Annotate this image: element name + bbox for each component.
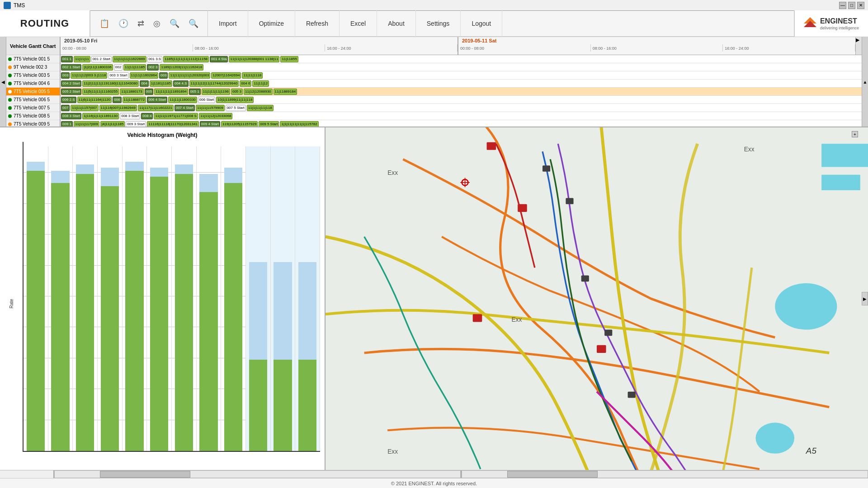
gantt-block: 005 3: [231, 89, 243, 95]
excel-button[interactable]: Excel: [340, 10, 377, 37]
gantt-row-005: 005 2 Start 11|5|11|11|11160255 11|11880…: [61, 88, 862, 96]
vehicle-dot-008: [8, 114, 12, 118]
time-col-fri-1: 00:00 - 08:00: [61, 44, 193, 52]
gantt-h-scroll-thumb[interactable]: [100, 471, 190, 478]
gantt-block: 002 3: [147, 64, 159, 70]
vehicle-label-006: 7T5 Vehicle 006 5: [14, 97, 50, 102]
svg-rect-10: [542, 165, 550, 172]
shuffle-icon[interactable]: ⇄: [136, 17, 146, 30]
gantt-block: 11|11|11971|11771|008 S: [154, 113, 198, 119]
vehicle-row-006[interactable]: 7T5 Vehicle 006 5: [6, 96, 60, 104]
bar-006[interactable]: 006: [147, 146, 172, 451]
bar-na8[interactable]: NA8: [271, 146, 296, 451]
refresh-button[interactable]: Refresh: [295, 10, 340, 37]
minimize-button[interactable]: —: [839, 2, 846, 9]
vehicle-label-009: 7T5 Vehicle 009 5: [14, 122, 50, 127]
gantt-block: 007: [61, 105, 70, 111]
gantt-block: 004 2 Start: [61, 80, 81, 87]
bar-009[interactable]: 009: [221, 146, 246, 451]
bar-002[interactable]: 002: [48, 146, 73, 451]
gantt-block: 002: [114, 64, 123, 70]
clock-icon[interactable]: 🕐: [117, 17, 130, 30]
gantt-block: 11116|11118|11170|12031341: [147, 121, 199, 127]
vehicle-dot-006: [8, 98, 12, 102]
gantt-block: 11|11|11185: [123, 64, 146, 70]
import-button[interactable]: Import: [208, 10, 248, 37]
histogram-section: Vehicle Histogram (Weight) Rate: [0, 127, 326, 470]
svg-rect-11: [566, 198, 573, 204]
enginest-tagline: delivering intelligence: [820, 26, 859, 30]
gantt-block: 006 2.S: [61, 97, 76, 103]
gantt-block: 11|1|11|11|1196: [202, 89, 230, 95]
vehicle-row-002[interactable]: 9T Vehicle 002 3: [6, 63, 60, 71]
about-button[interactable]: About: [377, 10, 416, 37]
vehicle-row-003[interactable]: 7T5 Vehicle 003 5: [6, 71, 60, 80]
vehicle-row-005[interactable]: 7T5 Vehicle 005 5: [6, 88, 60, 96]
map-canvas[interactable]: A5 A6 Exx Exx Exx Exx Exx: [326, 127, 868, 470]
vehicle-row-001[interactable]: 7T5 Vehicle 001 5: [6, 55, 60, 63]
gantt-block: 004: [140, 80, 148, 87]
app-logo: ROUTING: [0, 10, 90, 37]
gantt-block: 007 4 Start: [175, 105, 195, 111]
gantt-block: 11|11|11|120388|001 1138|11: [229, 56, 279, 62]
bar-004[interactable]: 004: [98, 146, 123, 451]
logout-button[interactable]: Logout: [461, 10, 502, 37]
gantt-block: 008 4: [141, 113, 153, 119]
gantt-h-scroll[interactable]: [54, 470, 461, 478]
vehicle-row-007[interactable]: 7T5 Vehicle 007 5: [6, 104, 60, 112]
maximize-button[interactable]: □: [848, 2, 855, 9]
map-scroll-right[interactable]: ▶: [862, 292, 868, 305]
left-toggle-button[interactable]: ◀: [0, 37, 6, 127]
bar-008[interactable]: 008: [197, 146, 222, 451]
settings-button[interactable]: Settings: [416, 10, 461, 37]
zoom-in-icon[interactable]: 🔍: [168, 17, 181, 30]
vehicle-row-008[interactable]: 7T5 Vehicle 008 5: [6, 112, 60, 120]
copy-icon[interactable]: 📋: [98, 17, 111, 30]
gantt-block: 11|11|12|11|11744|12029940: [189, 80, 239, 87]
status-text: © 2021 ENGINEST. All rights reserved.: [391, 481, 477, 486]
vehicle-row-004[interactable]: 7T5 Vehicle 004 6: [6, 80, 60, 88]
close-button[interactable]: ✕: [857, 2, 864, 9]
histogram-inner: 0 10 20 30 40 50 60 70 80 90 100: [23, 142, 320, 452]
gantt-block: 11|11888772: [123, 97, 146, 103]
gantt-chart-area[interactable]: 2019-05-10 Fri 00:00 - 08:00 08:00 - 16:…: [61, 37, 862, 127]
gantt-block: 11|11|12|12033068: [199, 113, 233, 119]
vehicle-dot-009: [8, 122, 12, 126]
gantt-row-008: 008 3 Start 1|116|1|11|11891130 008 3 St…: [61, 112, 862, 120]
gantt-block: 001 4 Sta: [210, 56, 228, 62]
bar-na9[interactable]: NA9: [295, 146, 320, 451]
svg-point-2: [755, 422, 794, 454]
bar-007[interactable]: 007: [172, 146, 197, 451]
svg-text:Exx: Exx: [511, 316, 522, 323]
zoom-out-icon[interactable]: 🔍: [187, 17, 200, 30]
histogram-chart: Rate: [5, 142, 320, 465]
gantt-block: 11|11|117|009: [74, 121, 99, 127]
svg-rect-13: [604, 330, 612, 336]
map-section[interactable]: A5 A6 Exx Exx Exx Exx Exx + ▶: [326, 127, 868, 470]
bar-003[interactable]: 003: [73, 146, 98, 451]
gantt-block: 11|11|1118: [242, 72, 263, 79]
map-zoom-in[interactable]: +: [852, 131, 858, 137]
target-icon[interactable]: ◎: [151, 17, 162, 30]
bar-005[interactable]: 005: [123, 146, 147, 451]
gantt-block: 009 5 Start: [259, 121, 279, 127]
enginest-name: ENGINEST: [820, 17, 859, 25]
vehicle-row-009[interactable]: 7T5 Vehicle 009 5: [6, 120, 60, 127]
gantt-scroll-up[interactable]: ▲: [862, 37, 868, 127]
gantt-sidebar: Vehicle Gantt Chart 7T5 Vehicle 001 5 9T…: [6, 37, 61, 127]
gantt-block: 11|11855: [280, 56, 298, 62]
optimize-button[interactable]: Optimize: [248, 10, 295, 37]
bar-na7[interactable]: NA7: [246, 146, 271, 451]
nav-menu: Import Optimize Refresh Excel About Sett…: [208, 10, 794, 37]
gantt-block: 004 4.S: [173, 80, 189, 87]
gantt-block: 1189|11203|11|11162418: [160, 64, 203, 70]
gantt-block: 11|11|11579909: [196, 105, 225, 111]
map-h-scroll-thumb[interactable]: [507, 471, 598, 478]
svg-rect-7: [518, 204, 527, 212]
app-title: TMS: [14, 2, 25, 9]
map-h-scroll[interactable]: [462, 470, 868, 478]
vehicle-dot-007: [8, 106, 12, 110]
gantt-scroll-right[interactable]: ▶: [855, 37, 862, 55]
bar-001[interactable]: 001: [24, 146, 48, 451]
vehicle-dot-001: [8, 57, 12, 61]
